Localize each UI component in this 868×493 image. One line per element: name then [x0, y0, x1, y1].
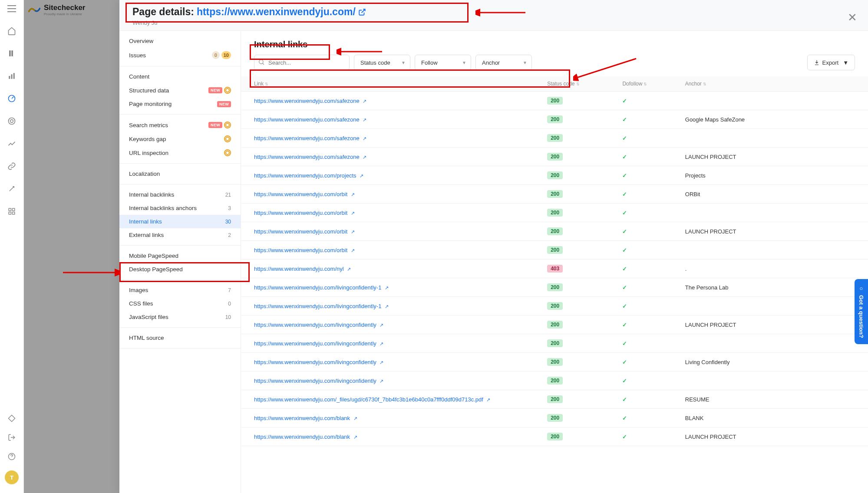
table-link[interactable]: https://www.wenxinwendyju.com/livingconf…: [254, 378, 376, 384]
nav-internal-backlinks-anchors[interactable]: Internal backlinks anchors3: [119, 201, 241, 215]
table-row[interactable]: https://www.wenxinwendyju.com/safezone ↗…: [241, 129, 868, 148]
external-link-icon[interactable]: ↗: [363, 117, 366, 122]
search-input[interactable]: [254, 55, 350, 70]
table-link[interactable]: https://www.wenxinwendyju.com/blank: [254, 415, 350, 421]
table-row[interactable]: https://www.wenxinwendyju.com/livingconf…: [241, 353, 868, 371]
table-row[interactable]: https://www.wenxinwendyju.com/livingconf…: [241, 297, 868, 316]
external-link-icon[interactable]: ↗: [363, 99, 366, 104]
table-row[interactable]: https://www.wenxinwendyju.com/orbit ↗200…: [241, 204, 868, 222]
table-link[interactable]: https://www.wenxinwendyju.com/orbit: [254, 191, 347, 197]
table-row[interactable]: https://www.wenxinwendyju.com/safezone ↗…: [241, 148, 868, 166]
table-scroll[interactable]: Link⇅ Status code⇅ Dofollow⇅ Anchor⇅ htt…: [241, 76, 868, 493]
nav-css-files[interactable]: CSS files0: [119, 297, 241, 310]
nav-search-metrics[interactable]: Search metricsNEW: [119, 118, 241, 132]
external-link-icon[interactable]: ↗: [363, 154, 366, 160]
nav-js-files[interactable]: JavaScript files10: [119, 310, 241, 324]
table-link[interactable]: https://www.wenxinwendyju.com/livingconf…: [254, 303, 381, 309]
table-row[interactable]: https://www.wenxinwendyju.com/livingconf…: [241, 278, 868, 297]
gauge-icon[interactable]: [7, 93, 17, 104]
col-link[interactable]: Link⇅: [241, 76, 542, 92]
home-icon[interactable]: [7, 26, 17, 36]
table-link[interactable]: https://www.wenxinwendyju.com/orbit: [254, 210, 347, 216]
table-link[interactable]: https://www.wenxinwendyju.com/projects: [254, 172, 356, 179]
table-row[interactable]: https://www.wenxinwendyju.com/nyl ↗403✓.: [241, 260, 868, 278]
nav-keywords-gap[interactable]: Keywords gap: [119, 132, 241, 146]
table-row[interactable]: https://www.wenxinwendyju.com/orbit ↗200…: [241, 241, 868, 260]
help-floating-button[interactable]: ○ Got a question?: [855, 279, 868, 344]
external-link-icon[interactable]: ↗: [353, 434, 357, 440]
nav-issues[interactable]: Issues 010: [119, 48, 241, 62]
table-link[interactable]: https://www.wenxinwendyju.com/nyl: [254, 266, 344, 272]
export-button[interactable]: Export▼: [807, 55, 855, 70]
external-link-icon[interactable]: ↗: [380, 341, 383, 346]
table-link[interactable]: https://www.wenxinwendyju.com/blank: [254, 434, 350, 440]
external-link-icon[interactable]: ↗: [347, 266, 351, 272]
table-link[interactable]: https://www.wenxinwendyju.com/livingconf…: [254, 359, 376, 365]
table-link[interactable]: https://www.wenxinwendyju.com/livingconf…: [254, 322, 376, 328]
table-row[interactable]: https://www.wenxinwendyju.com/safezone ↗…: [241, 110, 868, 129]
table-row[interactable]: https://www.wenxinwendyju.com/projects ↗…: [241, 166, 868, 185]
table-row[interactable]: https://www.wenxinwendyju.com/livingconf…: [241, 334, 868, 353]
table-link[interactable]: https://www.wenxinwendyju.com/safezone: [254, 154, 360, 160]
external-link-icon[interactable]: ↗: [351, 210, 355, 216]
table-link[interactable]: https://www.wenxinwendyju.com/safezone: [254, 135, 360, 141]
close-icon[interactable]: ✕: [848, 11, 857, 24]
nav-structured-data[interactable]: Structured dataNEW: [119, 83, 241, 97]
table-row[interactable]: https://www.wenxinwendyju.com/blank ↗200…: [241, 409, 868, 427]
external-link-icon[interactable]: ↗: [486, 397, 490, 402]
external-link-icon[interactable]: ↗: [380, 322, 383, 328]
nav-html-source[interactable]: HTML source: [119, 331, 241, 345]
external-link-icon[interactable]: ↗: [351, 192, 355, 197]
diamond-icon[interactable]: [7, 413, 17, 424]
table-row[interactable]: https://www.wenxinwendyju.com/orbit ↗200…: [241, 185, 868, 204]
follow-filter[interactable]: Follow▼: [415, 55, 471, 70]
external-link-icon[interactable]: ↗: [380, 360, 383, 365]
table-row[interactable]: https://www.wenxinwendyju.com/blank ↗200…: [241, 427, 868, 446]
external-link-icon[interactable]: ↗: [351, 248, 355, 253]
nav-url-inspection[interactable]: URL inspection: [119, 146, 241, 160]
nav-images[interactable]: Images7: [119, 283, 241, 297]
col-anchor[interactable]: Anchor⇅: [680, 76, 868, 92]
nav-localization[interactable]: Localization: [119, 167, 241, 181]
nav-page-monitoring[interactable]: Page monitoringNEW: [119, 97, 241, 111]
logout-icon[interactable]: [7, 432, 17, 443]
external-link-icon[interactable]: ↗: [380, 378, 383, 384]
external-link-icon[interactable]: ↗: [351, 229, 355, 234]
link-icon[interactable]: [7, 161, 17, 171]
nav-internal-backlinks[interactable]: Internal backlinks21: [119, 188, 241, 201]
magic-icon[interactable]: [7, 184, 17, 194]
anchor-filter[interactable]: Anchor▼: [475, 55, 532, 70]
external-link-icon[interactable]: ↗: [360, 173, 363, 178]
table-link[interactable]: https://www.wenxinwendyju.com/_files/ugd…: [254, 396, 483, 403]
nav-external-links[interactable]: External links2: [119, 228, 241, 242]
table-link[interactable]: https://www.wenxinwendyju.com/livingconf…: [254, 340, 376, 347]
table-row[interactable]: https://www.wenxinwendyju.com/livingconf…: [241, 316, 868, 334]
avatar[interactable]: T: [5, 470, 19, 484]
nav-internal-links[interactable]: Internal links30: [119, 215, 241, 228]
bars-icon[interactable]: [7, 71, 17, 81]
backdrop-overlay[interactable]: [24, 0, 119, 493]
menu-icon[interactable]: [7, 5, 16, 13]
external-link-icon[interactable]: ↗: [385, 285, 389, 290]
table-row[interactable]: https://www.wenxinwendyju.com/orbit ↗200…: [241, 222, 868, 241]
table-row[interactable]: https://www.wenxinwendyju.com/safezone ↗…: [241, 92, 868, 110]
table-link[interactable]: https://www.wenxinwendyju.com/orbit: [254, 247, 347, 253]
table-link[interactable]: https://www.wenxinwendyju.com/safezone: [254, 116, 360, 123]
target-icon[interactable]: [7, 116, 17, 126]
external-link-icon[interactable]: ↗: [353, 416, 357, 421]
help-icon[interactable]: [7, 451, 17, 462]
table-link[interactable]: https://www.wenxinwendyju.com/orbit: [254, 228, 347, 235]
external-link-icon[interactable]: ↗: [385, 304, 389, 309]
nav-desktop-pagespeed[interactable]: Desktop PageSpeed: [119, 263, 241, 276]
status-code-filter[interactable]: Status code▼: [354, 55, 410, 70]
apps-icon[interactable]: [7, 206, 17, 217]
page-title-url[interactable]: https://www.wenxinwendyju.com/: [197, 6, 366, 18]
external-link-icon[interactable]: ↗: [363, 136, 366, 141]
table-link[interactable]: https://www.wenxinwendyju.com/livingconf…: [254, 284, 381, 291]
col-dofollow[interactable]: Dofollow⇅: [617, 76, 680, 92]
nav-content[interactable]: Content: [119, 70, 241, 83]
col-status[interactable]: Status code⇅: [542, 76, 617, 92]
book-icon[interactable]: [7, 48, 17, 59]
nav-overview[interactable]: Overview: [119, 34, 241, 48]
table-row[interactable]: https://www.wenxinwendyju.com/livingconf…: [241, 371, 868, 390]
